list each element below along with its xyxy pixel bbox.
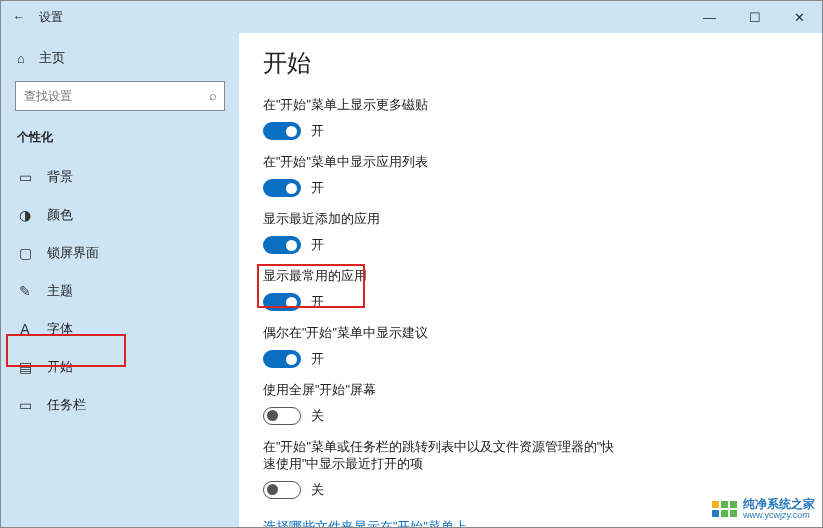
setting-fullscreen-start: 使用全屏"开始"屏幕 关 xyxy=(263,382,798,425)
toggle-state: 开 xyxy=(311,351,324,368)
picture-icon: ▭ xyxy=(17,169,33,185)
setting-suggestions: 偶尔在"开始"菜单中显示建议 开 xyxy=(263,325,798,368)
sidebar-item-label: 字体 xyxy=(47,320,73,338)
setting-label: 显示最常用的应用 xyxy=(263,268,798,285)
font-icon: A xyxy=(17,321,33,337)
sidebar-item-taskbar[interactable]: ▭ 任务栏 xyxy=(1,386,239,424)
close-button[interactable]: ✕ xyxy=(777,1,822,33)
sidebar-item-label: 主题 xyxy=(47,282,73,300)
start-icon: ▤ xyxy=(17,359,33,375)
setting-label: 在"开始"菜单中显示应用列表 xyxy=(263,154,798,171)
sidebar-item-label: 背景 xyxy=(47,168,73,186)
setting-label: 使用全屏"开始"屏幕 xyxy=(263,382,798,399)
setting-recent-apps: 显示最近添加的应用 开 xyxy=(263,211,798,254)
window-title: 设置 xyxy=(39,9,63,26)
sidebar-category: 个性化 xyxy=(1,125,239,158)
sidebar-item-label: 锁屏界面 xyxy=(47,244,99,262)
sidebar-item-label: 开始 xyxy=(47,358,73,376)
toggle-state: 开 xyxy=(311,180,324,197)
theme-icon: ✎ xyxy=(17,283,33,299)
setting-label: 偶尔在"开始"菜单中显示建议 xyxy=(263,325,798,342)
setting-more-tiles: 在"开始"菜单上显示更多磁贴 开 xyxy=(263,97,798,140)
choose-folders-link[interactable]: 选择哪些文件夹显示在"开始"菜单上 xyxy=(263,519,467,527)
sidebar-item-colors[interactable]: ◑ 颜色 xyxy=(1,196,239,234)
setting-frequent-apps: 显示最常用的应用 开 xyxy=(263,268,798,311)
setting-label: 在"开始"菜单或任务栏的跳转列表中以及文件资源管理器的"快速使用"中显示最近打开… xyxy=(263,439,623,473)
sidebar-item-label: 颜色 xyxy=(47,206,73,224)
toggle-state: 关 xyxy=(311,408,324,425)
maximize-button[interactable]: ☐ xyxy=(732,1,777,33)
back-button[interactable]: ← xyxy=(13,10,25,24)
search-input[interactable] xyxy=(15,81,225,111)
toggle-state: 开 xyxy=(311,237,324,254)
page-title: 开始 xyxy=(263,47,798,79)
setting-jumplist: 在"开始"菜单或任务栏的跳转列表中以及文件资源管理器的"快速使用"中显示最近打开… xyxy=(263,439,798,499)
lock-icon: ▢ xyxy=(17,245,33,261)
search-icon: ⌕ xyxy=(209,88,217,103)
setting-label: 在"开始"菜单上显示更多磁贴 xyxy=(263,97,798,114)
toggle-state: 关 xyxy=(311,482,324,499)
setting-label: 显示最近添加的应用 xyxy=(263,211,798,228)
palette-icon: ◑ xyxy=(17,207,33,223)
toggle-more-tiles[interactable] xyxy=(263,122,301,140)
sidebar-item-themes[interactable]: ✎ 主题 xyxy=(1,272,239,310)
minimize-button[interactable]: — xyxy=(687,1,732,33)
taskbar-icon: ▭ xyxy=(17,397,33,413)
sidebar: ⌂ 主页 ⌕ 个性化 ▭ 背景 ◑ 颜色 ▢ 锁屏界面 xyxy=(1,33,239,527)
home-icon: ⌂ xyxy=(17,51,25,66)
toggle-state: 开 xyxy=(311,123,324,140)
toggle-fullscreen-start[interactable] xyxy=(263,407,301,425)
sidebar-home[interactable]: ⌂ 主页 xyxy=(1,43,239,81)
toggle-recent-apps[interactable] xyxy=(263,236,301,254)
toggle-jumplist[interactable] xyxy=(263,481,301,499)
toggle-frequent-apps[interactable] xyxy=(263,293,301,311)
sidebar-item-start[interactable]: ▤ 开始 xyxy=(1,348,239,386)
sidebar-item-background[interactable]: ▭ 背景 xyxy=(1,158,239,196)
sidebar-item-fonts[interactable]: A 字体 xyxy=(1,310,239,348)
toggle-suggestions[interactable] xyxy=(263,350,301,368)
sidebar-item-label: 任务栏 xyxy=(47,396,86,414)
content-area: 开始 在"开始"菜单上显示更多磁贴 开 在"开始"菜单中显示应用列表 开 显示最… xyxy=(239,33,822,527)
home-label: 主页 xyxy=(39,49,65,67)
titlebar: ← 设置 — ☐ ✕ xyxy=(1,1,822,33)
setting-app-list: 在"开始"菜单中显示应用列表 开 xyxy=(263,154,798,197)
toggle-app-list[interactable] xyxy=(263,179,301,197)
toggle-state: 开 xyxy=(311,294,324,311)
sidebar-item-lockscreen[interactable]: ▢ 锁屏界面 xyxy=(1,234,239,272)
